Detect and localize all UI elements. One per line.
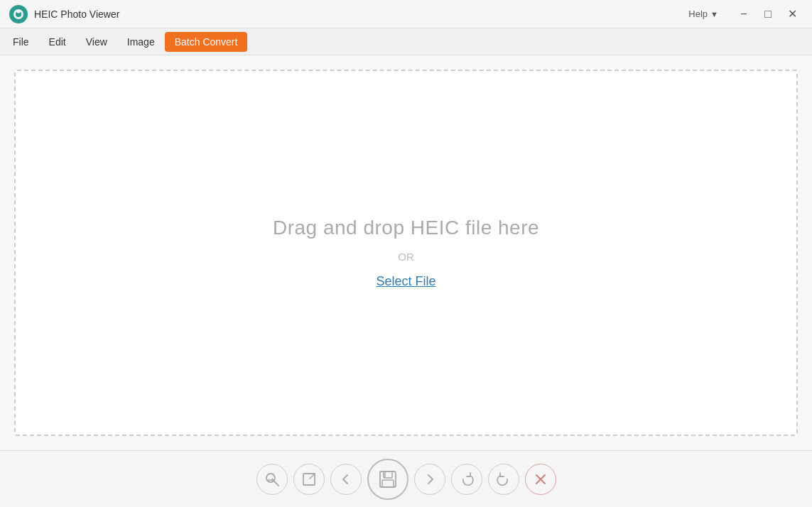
- or-text: OR: [398, 251, 414, 263]
- svg-rect-11: [382, 480, 394, 487]
- close-icon: [534, 473, 547, 486]
- save-button[interactable]: [367, 459, 408, 500]
- menu-view[interactable]: View: [76, 32, 117, 52]
- menu-batch-convert[interactable]: Batch Convert: [165, 32, 248, 52]
- drop-zone-text: Drag and drop HEIC file here: [273, 217, 539, 239]
- menu-edit[interactable]: Edit: [39, 32, 76, 52]
- app-title: HEIC Photo Viewer: [34, 9, 119, 20]
- prev-button[interactable]: [330, 464, 362, 495]
- menu-bar: File Edit View Image Batch Convert: [0, 28, 812, 55]
- fullscreen-button[interactable]: [293, 464, 325, 495]
- drop-zone[interactable]: Drag and drop HEIC file here OR Select F…: [14, 70, 798, 436]
- minimize-button[interactable]: −: [732, 4, 755, 24]
- zoom-button[interactable]: [256, 464, 288, 495]
- rotate-cw-button[interactable]: [451, 464, 482, 495]
- rotate-ccw-button[interactable]: [488, 464, 519, 495]
- close-window-button[interactable]: ✕: [781, 4, 803, 24]
- maximize-button[interactable]: □: [757, 4, 779, 24]
- fullscreen-icon: [301, 471, 317, 487]
- bottom-toolbar: [0, 450, 812, 507]
- title-bar-left: HEIC Photo Viewer: [9, 4, 119, 24]
- save-icon: [378, 469, 398, 489]
- window-controls: − □ ✕: [732, 4, 803, 24]
- zoom-icon: [264, 471, 280, 487]
- next-button[interactable]: [414, 464, 445, 495]
- select-file-button[interactable]: Select File: [376, 274, 435, 289]
- rotate-cw-icon: [459, 471, 475, 487]
- prev-icon: [340, 473, 352, 486]
- help-button[interactable]: Help ▼: [683, 6, 724, 22]
- svg-line-8: [310, 474, 315, 479]
- title-bar: HEIC Photo Viewer Help ▼ − □ ✕: [0, 0, 812, 28]
- svg-point-3: [17, 9, 21, 13]
- main-content: Drag and drop HEIC file here OR Select F…: [0, 55, 812, 450]
- menu-file[interactable]: File: [3, 32, 39, 52]
- next-icon: [423, 473, 436, 486]
- menu-image[interactable]: Image: [117, 32, 165, 52]
- delete-button[interactable]: [525, 464, 556, 495]
- app-icon: [9, 4, 28, 24]
- svg-line-5: [274, 481, 278, 486]
- title-bar-right: Help ▼ − □ ✕: [683, 4, 803, 24]
- rotate-ccw-icon: [496, 471, 511, 487]
